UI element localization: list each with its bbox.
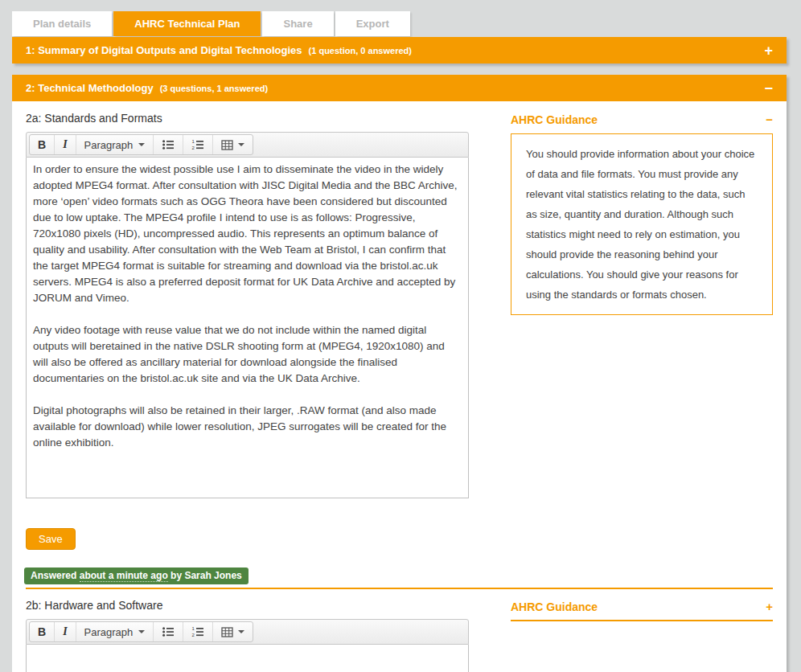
bulleted-list-button[interactable]: [154, 622, 183, 641]
numbered-list-icon: 1 2: [191, 625, 204, 638]
table-button[interactable]: [213, 622, 253, 641]
question-2a-label: 2a: Standards and Formats: [26, 112, 162, 125]
answered-by: by Sarah Jones: [170, 570, 242, 581]
svg-text:1: 1: [191, 139, 195, 144]
editor-button-group: B I Paragraph 1 2: [29, 621, 253, 642]
numbered-list-button[interactable]: 1 2: [183, 135, 213, 154]
guidance-header-2b: AHRC Guidance +: [511, 600, 773, 621]
expand-icon[interactable]: +: [764, 43, 773, 58]
section-2-header[interactable]: 2: Technical Methodology (3 questions, 1…: [12, 75, 787, 101]
expand-icon[interactable]: +: [766, 600, 773, 613]
italic-button[interactable]: I: [55, 135, 76, 154]
table-icon: [221, 139, 233, 151]
answered-status-badge: Answered about a minute ago by Sarah Jon…: [24, 568, 249, 584]
numbered-list-icon: 1 2: [191, 138, 204, 151]
answered-time: about a minute ago: [80, 570, 168, 582]
tab-share[interactable]: Share: [262, 11, 333, 36]
svg-text:2: 2: [191, 633, 195, 637]
editor-toolbar-2b: B I Paragraph 1 2: [26, 619, 469, 645]
paragraph-style-dropdown[interactable]: Paragraph: [76, 135, 154, 154]
section-2-question-count: (3 questions, 1 answered): [160, 84, 268, 93]
guidance-header-2a: AHRC Guidance −: [511, 113, 773, 126]
section-1-question-count: (1 question, 0 answered): [309, 46, 412, 55]
guidance-title: AHRC Guidance: [511, 113, 598, 126]
tab-ahrc-technical-plan[interactable]: AHRC Technical Plan: [113, 11, 261, 36]
paragraph-style-dropdown[interactable]: Paragraph: [76, 622, 154, 641]
save-button[interactable]: Save: [26, 528, 76, 550]
tab-plan-details[interactable]: Plan details: [12, 11, 112, 36]
guidance-title: AHRC Guidance: [511, 600, 598, 613]
svg-text:1: 1: [191, 626, 195, 631]
bulleted-list-button[interactable]: [154, 135, 183, 154]
bold-button[interactable]: B: [30, 622, 55, 641]
table-icon: [221, 626, 233, 638]
chevron-down-icon: [138, 630, 145, 633]
chevron-down-icon: [138, 143, 145, 146]
editor-button-group: B I Paragraph 1 2: [29, 134, 253, 155]
paragraph-style-label: Paragraph: [84, 626, 134, 638]
section-1-header[interactable]: 1: Summary of Digital Outputs and Digita…: [12, 37, 787, 64]
answer-paragraph: Digital photographs will also be retaine…: [33, 403, 462, 451]
section-2-content: 2a: Standards and Formats B I Paragraph …: [12, 101, 787, 672]
answer-paragraph: In order to ensure the widest possible u…: [33, 162, 462, 306]
collapse-icon[interactable]: −: [766, 113, 773, 125]
plan-tabs: Plan details AHRC Technical Plan Share E…: [12, 11, 410, 36]
bold-button[interactable]: B: [30, 135, 55, 154]
bulleted-list-icon: [162, 138, 175, 151]
answered-label: Answered: [31, 570, 76, 581]
tab-export[interactable]: Export: [335, 11, 410, 36]
chevron-down-icon: [238, 630, 244, 633]
question-2b-label: 2b: Hardware and Software: [26, 599, 162, 612]
table-button[interactable]: [213, 135, 253, 154]
italic-button[interactable]: I: [55, 622, 76, 641]
question-divider: [26, 588, 773, 589]
paragraph-style-label: Paragraph: [84, 139, 134, 151]
section-2-title: 2: Technical Methodology: [26, 82, 154, 94]
chevron-down-icon: [238, 143, 244, 146]
numbered-list-button[interactable]: 1 2: [183, 622, 213, 641]
guidance-text-2a: You should provide information about you…: [511, 133, 773, 315]
collapse-icon[interactable]: −: [764, 81, 773, 96]
editor-toolbar-2a: B I Paragraph 1 2: [26, 132, 469, 158]
svg-text:2: 2: [191, 145, 195, 150]
answer-editor-2b[interactable]: [26, 645, 469, 672]
answer-paragraph: Any video footage with reuse value that …: [33, 322, 462, 387]
section-1-title: 1: Summary of Digital Outputs and Digita…: [26, 44, 302, 56]
bulleted-list-icon: [162, 625, 175, 638]
answer-editor-2a[interactable]: In order to ensure the widest possible u…: [26, 158, 469, 498]
